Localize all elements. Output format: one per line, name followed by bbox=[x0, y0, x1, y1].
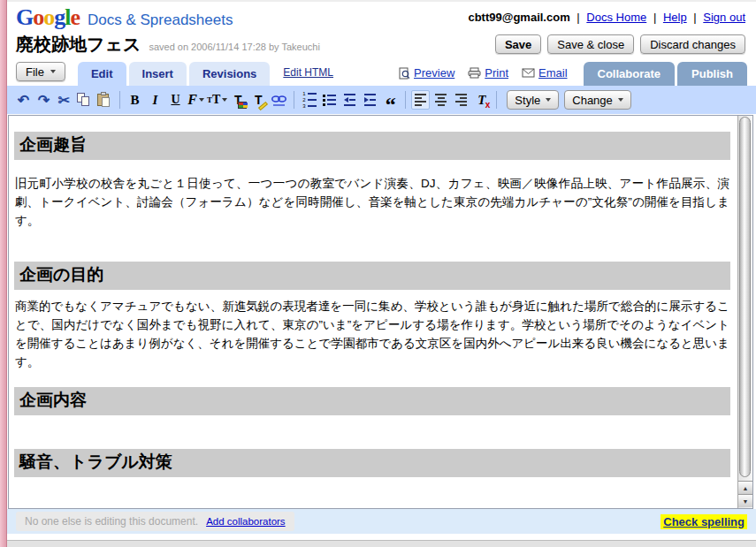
align-left-icon[interactable] bbox=[411, 90, 430, 110]
doc-heading[interactable]: 企画内容 bbox=[14, 387, 730, 415]
collaboration-status: No one else is editing this document. Ad… bbox=[16, 512, 294, 531]
sign-out-link[interactable]: Sign out bbox=[703, 11, 745, 24]
saved-status: saved on 2006/11/14 17:28 by Takeuchi bbox=[149, 34, 319, 52]
numbered-list-icon[interactable]: 1 2 3 bbox=[300, 90, 318, 110]
add-collaborators-link[interactable]: Add collaborators bbox=[206, 516, 286, 527]
blockquote-icon[interactable]: “ bbox=[381, 90, 400, 110]
toolbar-separator bbox=[496, 91, 497, 109]
doc-heading[interactable]: 騒音、トラブル対策 bbox=[14, 449, 730, 477]
email-icon bbox=[522, 68, 535, 78]
change-menu-button[interactable]: Change bbox=[564, 90, 631, 110]
tab-insert[interactable]: Insert bbox=[129, 62, 187, 86]
document-action-buttons: Save Save & close Discard changes bbox=[495, 34, 745, 54]
tab-collaborate[interactable]: Collaborate bbox=[584, 62, 676, 86]
style-menu-button[interactable]: Style bbox=[507, 90, 559, 110]
scrollbar-thumb[interactable] bbox=[739, 117, 751, 477]
help-link[interactable]: Help bbox=[663, 11, 687, 24]
cut-icon[interactable]: ✂ bbox=[55, 90, 73, 110]
tab-bar: File Edit Insert Revisions Edit HTML Pre… bbox=[7, 59, 756, 86]
paste-icon[interactable] bbox=[95, 90, 114, 110]
editor-frame: 企画趣旨 旧元町小学校の校舎を丸ごと１日使って、一つ一つの教室でバンド演奏、DJ… bbox=[8, 115, 753, 509]
scroll-down-button[interactable]: ▼ bbox=[738, 494, 752, 507]
align-right-icon[interactable] bbox=[452, 90, 470, 110]
bullet-list-icon[interactable] bbox=[320, 90, 339, 110]
footer-bar: No one else is editing this document. Ad… bbox=[7, 509, 756, 534]
italic-icon[interactable]: I bbox=[146, 90, 164, 110]
doc-paragraph[interactable]: 旧元町小学校の校舎を丸ごと１日使って、一つ一つの教室でバンド演奏、DJ、カフェ、… bbox=[15, 174, 729, 230]
window-bottom-bar bbox=[7, 540, 756, 547]
doc-paragraph[interactable]: 商業的でもなくアマチュアでもない、新進気鋭の表現者達を一同に集め、学校という誰も… bbox=[15, 297, 729, 371]
email-link[interactable]: Email bbox=[522, 66, 568, 86]
file-menu-button[interactable]: File bbox=[16, 62, 65, 81]
formatting-toolbar: ↶ ↷ ✂ B I U F TT T T 1 2 3 bbox=[7, 86, 756, 114]
google-docs-logo: Google Docs & Spreadsheets bbox=[16, 6, 233, 29]
scrollbar-buttons: ▲ ▼ bbox=[738, 481, 752, 507]
user-email: cbtt99@gmail.com bbox=[468, 11, 569, 24]
document-view-actions: Preview Print Email Collaborate Publish bbox=[399, 62, 747, 86]
tab-edit[interactable]: Edit bbox=[78, 62, 126, 86]
font-size-icon[interactable]: TT bbox=[207, 90, 227, 110]
preview-link[interactable]: Preview bbox=[399, 66, 454, 86]
underline-icon[interactable]: U bbox=[166, 90, 185, 110]
outdent-icon[interactable] bbox=[340, 90, 359, 110]
edit-html-link[interactable]: Edit HTML bbox=[283, 66, 333, 79]
undo-icon[interactable]: ↶ bbox=[14, 90, 33, 110]
dropdown-arrow-icon bbox=[50, 70, 56, 73]
document-edit-area[interactable]: 企画趣旨 旧元町小学校の校舎を丸ごと１日使って、一つ一つの教室でバンド演奏、DJ… bbox=[9, 116, 737, 508]
remove-formatting-icon[interactable]: Tx bbox=[472, 90, 491, 110]
font-icon[interactable]: F bbox=[187, 90, 205, 110]
document-title: 廃校跡地フェス bbox=[16, 34, 141, 54]
highlight-color-icon[interactable]: T bbox=[249, 90, 268, 110]
google-logo: Google bbox=[16, 6, 80, 29]
text-color-icon[interactable]: T bbox=[229, 90, 248, 110]
vertical-scrollbar[interactable]: ▲ ▼ bbox=[737, 116, 752, 508]
scroll-up-button[interactable]: ▲ bbox=[738, 481, 752, 494]
editing-status-text: No one else is editing this document. bbox=[25, 515, 198, 528]
preview-icon bbox=[399, 67, 410, 80]
print-link[interactable]: Print bbox=[468, 66, 508, 86]
toolbar-separator bbox=[405, 91, 406, 109]
tab-publish[interactable]: Publish bbox=[677, 62, 747, 86]
account-bar: cbtt99@gmail.com | Docs Home | Help | Si… bbox=[468, 6, 745, 24]
docs-home-link[interactable]: Docs Home bbox=[586, 11, 646, 24]
indent-icon[interactable] bbox=[361, 90, 379, 110]
tab-revisions[interactable]: Revisions bbox=[189, 62, 270, 86]
bold-icon[interactable]: B bbox=[126, 90, 144, 110]
header: Google Docs & Spreadsheets cbtt99@gmail.… bbox=[7, 2, 756, 32]
toolbar-separator bbox=[294, 91, 294, 109]
discard-changes-button[interactable]: Discard changes bbox=[640, 34, 745, 54]
check-spelling-link[interactable]: Check spelling bbox=[661, 514, 747, 529]
align-center-icon[interactable] bbox=[431, 90, 450, 110]
title-bar: 廃校跡地フェス saved on 2006/11/14 17:28 by Tak… bbox=[7, 32, 756, 59]
dropdown-arrow-icon bbox=[546, 98, 551, 102]
product-name: Docs & Spreadsheets bbox=[88, 11, 233, 29]
save-and-close-button[interactable]: Save & close bbox=[547, 34, 634, 54]
save-button[interactable]: Save bbox=[495, 34, 541, 54]
redo-icon[interactable]: ↷ bbox=[34, 90, 53, 110]
copy-icon[interactable] bbox=[75, 90, 94, 110]
doc-heading[interactable]: 企画趣旨 bbox=[14, 132, 730, 160]
doc-heading[interactable]: 企画の目的 bbox=[14, 262, 730, 290]
dropdown-arrow-icon bbox=[618, 98, 623, 102]
window-edge-strip bbox=[0, 0, 7, 547]
print-icon bbox=[468, 67, 481, 79]
google-docs-app: Google Docs & Spreadsheets cbtt99@gmail.… bbox=[7, 0, 756, 540]
insert-link-icon[interactable] bbox=[270, 90, 288, 110]
toolbar-separator bbox=[119, 91, 120, 109]
